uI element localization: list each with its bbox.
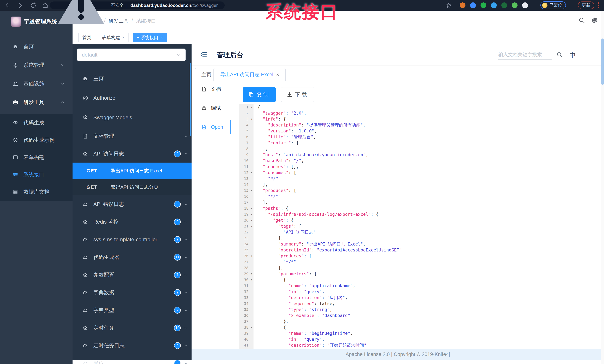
page-scrollbar[interactable] — [601, 11, 604, 364]
active-indicator — [230, 120, 231, 134]
collapse-menu-icon[interactable] — [200, 51, 208, 58]
fold-arrow-icon[interactable]: ▾ — [251, 205, 252, 211]
sidebar-subitem[interactable]: 系统接口 — [0, 166, 73, 183]
browser-menu-icon[interactable] — [598, 2, 599, 8]
sidebar-item-3[interactable]: 基础设施 — [0, 75, 73, 93]
api-group-select[interactable]: default — [77, 49, 186, 61]
browser-reload-icon[interactable] — [30, 2, 37, 9]
fold-arrow-icon[interactable]: ▾ — [251, 324, 252, 330]
update-button[interactable]: 更新 — [578, 1, 594, 9]
swagger-menu-item[interactable]: 文档管理 — [73, 127, 191, 145]
browser-forward-icon[interactable] — [17, 2, 24, 9]
extension-orange-icon[interactable] — [460, 2, 466, 8]
fold-arrow-icon[interactable]: ▾ — [251, 271, 252, 277]
swagger-menu-item[interactable]: 代码生成器11 — [73, 248, 191, 266]
extension-blue-drop-icon[interactable] — [470, 2, 476, 8]
swagger-menu-item[interactable]: 主页 — [73, 69, 191, 88]
swagger-menu-item[interactable]: 参数配置7 — [73, 266, 191, 284]
swagger-menu-item[interactable]: sys-sms-template-controller7 — [73, 231, 191, 248]
fold-arrow-icon[interactable]: ▾ — [251, 217, 252, 223]
toolbar: 复制 下载 — [243, 87, 314, 102]
paused-extension-pill[interactable]: 已暂停 — [541, 1, 566, 9]
browser-back-icon[interactable] — [4, 2, 10, 9]
swagger-menu-item[interactable]: 字典类型7 — [73, 301, 191, 319]
extension-green-icon[interactable] — [512, 2, 517, 8]
code-line: "x-example": "dashboard" — [258, 313, 600, 318]
sidebar-subitem-label: 代码生成 — [24, 119, 44, 126]
doc-mode-label: Open — [211, 124, 223, 130]
sidebar-subitem[interactable]: 数据库文档 — [0, 183, 73, 201]
swagger-item-label: 文档管理 — [93, 133, 114, 140]
fold-arrow-icon[interactable]: ▾ — [251, 188, 252, 193]
json-editor[interactable]: 1▾23▾456789101112▾131415▾161718▾19▾20▾21… — [239, 104, 601, 349]
line-number: 19▾ — [239, 211, 253, 217]
url-path: /tool/swagger — [191, 3, 218, 8]
count-badge: 5 — [174, 360, 181, 364]
swagger-menu-item[interactable]: Redis 监控2 — [73, 213, 191, 231]
fold-arrow-icon[interactable]: ▾ — [251, 116, 252, 122]
swagger-menu-item[interactable]: API 错误日志3 — [73, 195, 191, 213]
tag-tab[interactable]: 首页 — [78, 33, 95, 42]
extension-white-icon[interactable] — [522, 2, 528, 8]
sidebar-item-1[interactable]: 首页 — [0, 37, 73, 56]
sidebar-item-2[interactable]: 系统管理 — [0, 56, 73, 75]
fold-arrow-icon[interactable]: ▾ — [251, 104, 252, 110]
auth-icon — [83, 95, 88, 101]
download-button[interactable]: 下载 — [281, 87, 314, 102]
db-icon — [13, 189, 18, 195]
doc-mode-tab-文档[interactable]: 文档 — [191, 83, 231, 95]
extension-gm-icon[interactable] — [501, 2, 507, 8]
browser-home-icon[interactable] — [42, 2, 48, 9]
extension-green-check-icon[interactable] — [480, 2, 486, 8]
tag-tab[interactable]: 表单构建× — [98, 33, 128, 42]
github-icon[interactable] — [591, 17, 598, 24]
sidebar-subitem[interactable]: 表单构建 — [0, 149, 73, 166]
search-icon[interactable] — [578, 17, 585, 24]
count-badge: 2 — [174, 151, 181, 157]
swagger-endpoint-selected[interactable]: GET导出API 访问日志 Excel — [73, 163, 191, 179]
address-bar[interactable]: 不安全 | dashboard.yudao.iocoder.cn/tool/sw… — [50, 1, 225, 9]
close-icon[interactable]: × — [276, 72, 279, 77]
fold-arrow-icon[interactable]: ▾ — [251, 277, 252, 283]
sidebar-item-4[interactable]: 研发工具 — [0, 93, 73, 112]
swagger-menu-item[interactable]: 定时任务10 — [73, 319, 191, 337]
code-line: }, — [258, 146, 600, 152]
breadcrumb-item[interactable]: 研发工具 — [109, 18, 129, 24]
swagger-menu-item[interactable]: 字典数据7 — [73, 284, 191, 301]
page-scrollbar-thumb[interactable] — [601, 38, 604, 85]
sidebar-subitem[interactable]: 代码生成示例 — [0, 131, 73, 149]
swagger-menu-item[interactable]: Swagger Models — [73, 108, 191, 127]
not-secure-warning-icon — [53, 0, 109, 33]
doc-mode-tab-调试[interactable]: 调试 — [191, 102, 231, 114]
fold-arrow-icon[interactable]: ▾ — [251, 253, 252, 259]
extension-skyblue-icon[interactable] — [491, 2, 497, 8]
bookmark-star-icon[interactable] — [446, 2, 452, 9]
doc-mode-tab-open[interactable]: Open — [191, 120, 231, 134]
language-switch-icon[interactable]: 中 — [569, 51, 576, 59]
doc-search-input[interactable] — [498, 50, 552, 60]
tag-tab[interactable]: 系统接口× — [133, 33, 167, 42]
fold-arrow-icon[interactable]: ▾ — [251, 170, 252, 176]
swagger-menu-item[interactable]: Authorize — [73, 88, 191, 108]
content-tab[interactable]: 导出API 访问日志 Excel× — [214, 68, 286, 81]
fold-arrow-icon[interactable]: ▾ — [251, 211, 252, 217]
doc-mode-label: 文档 — [211, 86, 221, 92]
swagger-menu-item[interactable]: 岗位5 — [73, 354, 191, 364]
code-line: "host": "api-dashboard.yudao.iocoder.cn"… — [258, 152, 600, 158]
swagger-menu-item[interactable]: 定时任务日志4 — [73, 337, 191, 354]
swagger-menu-item[interactable]: API 访问日志2 — [73, 145, 191, 163]
close-icon[interactable]: × — [122, 35, 125, 40]
sidebar-subitem[interactable]: 代码生成 — [0, 114, 73, 131]
swagger-endpoint-item[interactable]: GET获得API 访问日志分页 — [73, 179, 191, 195]
home-icon — [83, 76, 88, 81]
swagger-item-label: Redis 监控 — [93, 218, 118, 226]
swagger-sidebar-scrollbar[interactable] — [190, 63, 191, 136]
close-icon[interactable]: × — [161, 35, 163, 40]
content-header: 管理后台 中 — [191, 44, 604, 65]
http-method-label: GET — [87, 184, 111, 190]
copy-button[interactable]: 复制 — [243, 87, 276, 102]
code-line: ], — [258, 265, 600, 271]
doc-search-icon[interactable] — [556, 51, 563, 58]
fold-arrow-icon[interactable]: ▾ — [251, 223, 252, 229]
line-number: 41 — [239, 342, 253, 348]
